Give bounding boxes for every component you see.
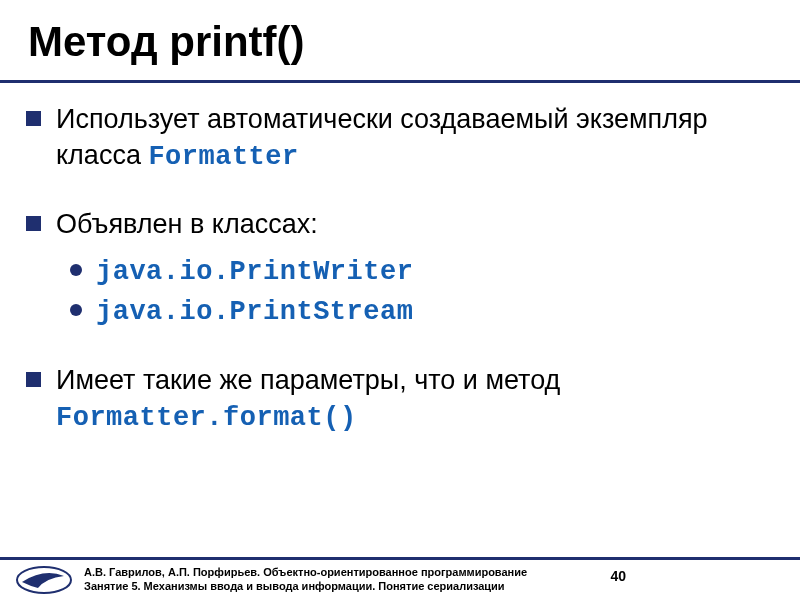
footer-line: Занятие 5. Механизмы ввода и вывода инфо… (84, 580, 780, 594)
slide-title: Метод printf() (0, 0, 800, 66)
bullet-item: Использует автоматически создаваемый экз… (56, 101, 772, 176)
footer: А.В. Гаврилов, А.П. Порфирьев. Объектно-… (0, 557, 800, 600)
logo-icon (14, 564, 74, 596)
bullet-text: Имеет такие же параметры, что и метод (56, 365, 560, 395)
bullet-item: Объявлен в классах: java.io.PrintWriter … (56, 206, 772, 332)
footer-line: А.В. Гаврилов, А.П. Порфирьев. Объектно-… (84, 566, 780, 580)
code-inline: Formatter (148, 142, 298, 172)
bullet-item: Имеет такие же параметры, что и метод Fo… (56, 362, 772, 437)
bullet-text: Объявлен в классах: (56, 209, 318, 239)
sub-item: java.io.PrintStream (96, 292, 772, 332)
sub-list: java.io.PrintWriter java.io.PrintStream (56, 252, 772, 332)
slide: Метод printf() Использует автоматически … (0, 0, 800, 600)
code-inline: Formatter.format() (56, 403, 357, 433)
code-inline: java.io.PrintWriter (96, 257, 413, 287)
page-number: 40 (610, 568, 626, 584)
content-area: Использует автоматически создаваемый экз… (0, 83, 800, 437)
bullet-list: Использует автоматически создаваемый экз… (56, 101, 772, 437)
sub-item: java.io.PrintWriter (96, 252, 772, 292)
code-inline: java.io.PrintStream (96, 297, 413, 327)
footer-text: А.В. Гаврилов, А.П. Порфирьев. Объектно-… (84, 566, 780, 594)
